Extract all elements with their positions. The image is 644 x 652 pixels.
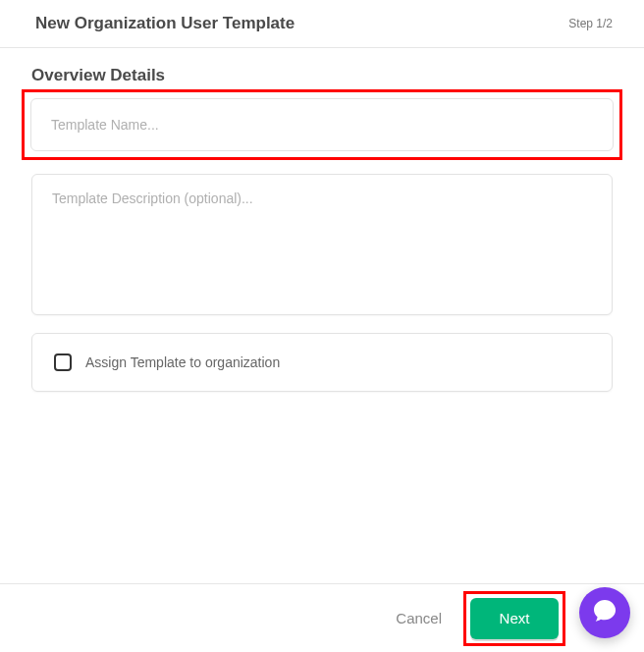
template-name-input[interactable] [30, 98, 614, 151]
dialog-title: New Organization User Template [35, 14, 295, 33]
assign-checkbox[interactable] [54, 353, 72, 371]
assign-checkbox-row[interactable]: Assign Template to organization [31, 333, 613, 392]
template-description-input[interactable] [31, 174, 613, 315]
highlight-next-button: Next [463, 591, 565, 646]
section-title: Overview Details [31, 66, 613, 85]
dialog-footer: Cancel Next [0, 583, 644, 652]
assign-checkbox-label: Assign Template to organization [85, 354, 280, 370]
chat-widget-button[interactable] [579, 587, 630, 638]
next-button[interactable]: Next [470, 598, 559, 639]
dialog-header: New Organization User Template Step 1/2 [0, 0, 644, 48]
dialog-content: Overview Details Assign Template to orga… [0, 48, 644, 392]
cancel-button[interactable]: Cancel [396, 610, 442, 626]
step-indicator: Step 1/2 [568, 17, 613, 30]
highlight-name-field [22, 89, 622, 160]
chat-icon [591, 597, 618, 628]
